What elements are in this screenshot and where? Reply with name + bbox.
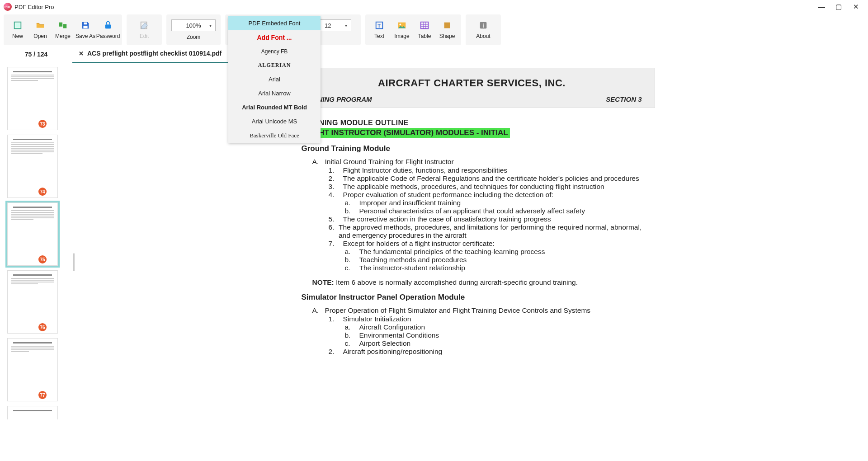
split-handle[interactable] bbox=[72, 63, 75, 461]
about-button[interactable]: i About bbox=[472, 16, 495, 44]
list-numbered: 1.Simulator Initialization bbox=[329, 315, 642, 323]
list-item: 6.The approved methods, procedures, and … bbox=[329, 223, 642, 240]
font-option[interactable]: Arial Unicode MS bbox=[228, 114, 321, 128]
edit-button[interactable]: Edit bbox=[133, 16, 156, 44]
ribbon-about-group: i About bbox=[466, 14, 501, 45]
window-title: PDF Editor Pro bbox=[14, 4, 54, 10]
text-icon: T bbox=[374, 20, 384, 30]
svg-rect-24 bbox=[421, 22, 429, 29]
password-button[interactable]: Password bbox=[97, 16, 119, 44]
list-item: 4.Proper evaluation of student performan… bbox=[329, 191, 642, 199]
list-numbered: 1.Flight Instructor duties, functions, a… bbox=[329, 166, 642, 199]
document-tab[interactable]: ✕ ACS preflight postflight checklist 010… bbox=[72, 45, 228, 63]
table-icon bbox=[420, 20, 429, 30]
svg-rect-2 bbox=[59, 23, 62, 27]
maximize-button[interactable]: ▢ bbox=[835, 3, 842, 11]
list-lettered: a.Improper and insufficient training b.P… bbox=[345, 199, 642, 215]
image-icon bbox=[397, 20, 407, 30]
minimize-button[interactable]: — bbox=[818, 3, 825, 11]
sim-title: Simulator Instructor Panel Operation Mod… bbox=[302, 293, 642, 302]
list-lettered: a.The fundamental principles of the teac… bbox=[345, 248, 642, 272]
font-option[interactable]: ALGERIAN bbox=[228, 58, 321, 72]
font-option[interactable]: Arial Rounded MT Bold bbox=[228, 100, 321, 114]
svg-rect-3 bbox=[63, 24, 66, 28]
doc-header: AIRCRAFT CHARTER SERVICES, INC. TRAINING… bbox=[289, 68, 655, 108]
page-badge: 75 bbox=[38, 255, 47, 263]
page-badge: 74 bbox=[38, 188, 47, 196]
svg-rect-4 bbox=[83, 26, 87, 28]
window-controls: — ▢ ✕ bbox=[818, 3, 864, 11]
close-window-button[interactable]: ✕ bbox=[853, 3, 859, 11]
list-item: c.Airport Selection bbox=[345, 339, 642, 348]
info-icon: i bbox=[478, 20, 488, 30]
font-option[interactable]: Agency FB bbox=[228, 45, 321, 58]
highlighted-title: FLIGHT INSTRUCTOR (SIMULATOR) MODULES - … bbox=[302, 128, 510, 138]
thumbnail-selected[interactable]: 75 bbox=[7, 202, 58, 266]
list-A: A.Proper Operation of Flight Simulator a… bbox=[312, 306, 642, 315]
list-item: 7.Except for holders of a flight instruc… bbox=[329, 240, 642, 248]
insert-shape-button[interactable]: Shape bbox=[436, 16, 458, 44]
company-name: AIRCRAFT CHARTER SERVICES, INC. bbox=[302, 77, 642, 89]
thumbnail[interactable]: 77 bbox=[7, 338, 58, 401]
titlebar: PDF PDF Editor Pro — ▢ ✕ bbox=[0, 0, 868, 14]
close-tab-icon[interactable]: ✕ bbox=[79, 50, 84, 57]
zoom-select[interactable]: 100% ▾ bbox=[171, 19, 216, 31]
page-badge: 76 bbox=[38, 323, 47, 331]
insert-table-button[interactable]: Table bbox=[413, 16, 436, 44]
svg-text:i: i bbox=[482, 23, 484, 29]
doc-body: TRAINING MODULE OUTLINE FLIGHT INSTRUCTO… bbox=[289, 108, 655, 367]
page-canvas[interactable]: AIRCRAFT CHARTER SERVICES, INC. TRAINING… bbox=[75, 63, 868, 461]
list-item: c.The instructor-student relationship bbox=[345, 264, 642, 272]
font-option[interactable]: Baskerville Old Face bbox=[228, 128, 321, 143]
font-dropdown: PDF Embeded Font Add Font ... Agency FB … bbox=[228, 16, 321, 143]
note: NOTE: Item 6 above is normally accomplis… bbox=[312, 278, 642, 287]
thumbnail-panel[interactable]: 73 74 75 76 77 bbox=[0, 63, 72, 461]
ribbon-zoom-group: 100% ▾ Zoom bbox=[166, 14, 221, 45]
font-option[interactable]: Arial bbox=[228, 72, 321, 86]
saveas-button[interactable]: Save As bbox=[74, 16, 97, 44]
chevron-down-icon: ▾ bbox=[345, 23, 347, 28]
svg-rect-1 bbox=[15, 23, 19, 27]
list-item: a.The fundamental principles of the teac… bbox=[345, 248, 642, 256]
merge-icon bbox=[58, 20, 68, 30]
open-folder-icon bbox=[35, 20, 45, 30]
list-item: b.Teaching methods and procedures bbox=[345, 256, 642, 264]
svg-point-23 bbox=[400, 24, 401, 25]
list-numbered: 2.Aircraft positioning/repositioning bbox=[329, 348, 642, 356]
list-item: A.Proper Operation of Flight Simulator a… bbox=[312, 306, 642, 315]
list-item: b.Personal characteristics of an applica… bbox=[345, 207, 642, 215]
ribbon: New Open Merge Save As Password Edit 100… bbox=[0, 14, 868, 45]
edit-pencil-icon bbox=[139, 20, 149, 30]
font-option-embedded[interactable]: PDF Embeded Font bbox=[228, 16, 321, 30]
thumbnail[interactable]: 73 bbox=[7, 67, 58, 130]
tab-filename: ACS preflight postflight checklist 01091… bbox=[87, 50, 222, 57]
font-option-add[interactable]: Add Font ... bbox=[228, 30, 321, 45]
thumbnail[interactable]: 76 bbox=[7, 270, 58, 334]
list-lettered: a.Aircraft Configuration b.Environmental… bbox=[345, 323, 642, 348]
merge-button[interactable]: Merge bbox=[52, 16, 74, 44]
tabstrip: 75 / 124 ✕ ACS preflight postflight chec… bbox=[0, 45, 868, 63]
list-item: 5.The corrective action in the case of u… bbox=[329, 215, 642, 223]
font-option[interactable]: Arial Narrow bbox=[228, 86, 321, 100]
svg-rect-6 bbox=[105, 24, 111, 28]
section-label: SECTION 3 bbox=[606, 95, 642, 103]
page: AIRCRAFT CHARTER SERVICES, INC. TRAINING… bbox=[289, 68, 655, 461]
chevron-down-icon: ▾ bbox=[209, 23, 212, 28]
thumbnail[interactable] bbox=[7, 406, 58, 419]
insert-image-button[interactable]: Image bbox=[391, 16, 413, 44]
ribbon-insert-group: T Text Image Table Shape bbox=[365, 14, 461, 45]
insert-text-button[interactable]: T Text bbox=[368, 16, 391, 44]
new-button[interactable]: New bbox=[6, 16, 29, 44]
open-button[interactable]: Open bbox=[29, 16, 52, 44]
zoom-value: 100% bbox=[186, 22, 201, 29]
zoom-label: Zoom bbox=[187, 34, 201, 40]
thumbnail[interactable]: 74 bbox=[7, 135, 58, 198]
save-icon bbox=[80, 20, 90, 30]
main: 73 74 75 76 77 AIRCRAFT CHARTER SERVICES… bbox=[0, 63, 868, 461]
ribbon-edit-group: Edit bbox=[127, 14, 162, 45]
list-item: A.Initial Ground Training for Flight Ins… bbox=[312, 158, 642, 166]
font-size-value: 12 bbox=[325, 22, 331, 29]
list-item: 2.Aircraft positioning/repositioning bbox=[329, 348, 642, 356]
list-numbered: 5.The corrective action in the case of u… bbox=[329, 215, 642, 248]
font-size-select[interactable]: 12 ▾ bbox=[320, 19, 351, 31]
